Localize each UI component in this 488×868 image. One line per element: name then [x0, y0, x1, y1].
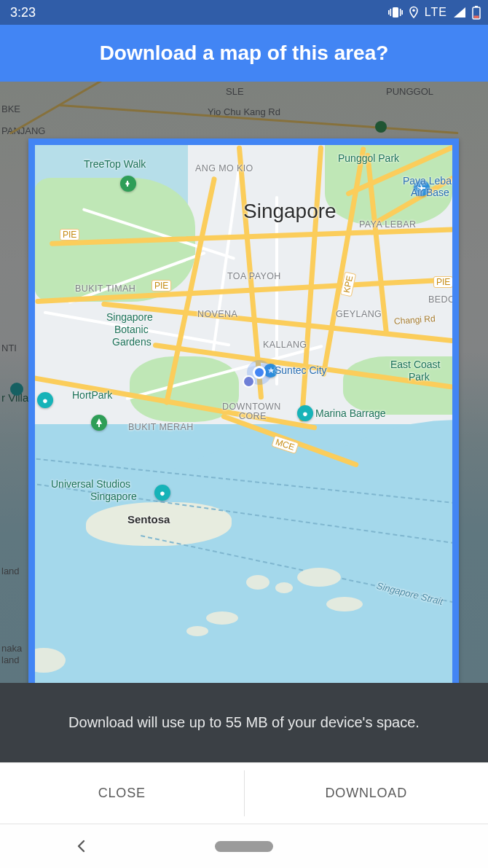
- label-suntec-city: Suntec City: [275, 364, 327, 376]
- bg-label-land2: land: [1, 654, 20, 665]
- map-content: ● ● ● Singapore ANG MO KIO PAYA LEBAR TO…: [35, 145, 452, 683]
- pin-marina-barrage[interactable]: ●: [297, 405, 313, 421]
- action-button-bar: CLOSE DOWNLOAD: [0, 762, 488, 824]
- svg-rect-2: [388, 10, 390, 15]
- shopping-marker[interactable]: [243, 375, 255, 388]
- nav-home-pill-icon: [215, 841, 273, 852]
- label-paya-lebar: PAYA LEBAR: [359, 219, 416, 230]
- nav-back-button[interactable]: [0, 839, 162, 853]
- my-location-dot[interactable]: [253, 366, 266, 379]
- close-button-label: CLOSE: [98, 786, 146, 801]
- network-type-label: LTE: [425, 6, 447, 19]
- label-bukit-timah: BUKIT TIMAH: [75, 284, 135, 294]
- label-pie-center: PIE: [151, 280, 171, 292]
- system-nav-bar: [0, 824, 488, 868]
- label-pie-west: PIE: [60, 229, 79, 241]
- label-bedok: BEDOK: [428, 294, 459, 305]
- svg-rect-3: [400, 9, 401, 16]
- location-icon: [409, 6, 419, 19]
- chevron-left-icon: [74, 839, 89, 853]
- bg-label-punggol: PUNGGOL: [386, 86, 433, 97]
- download-button-label: DOWNLOAD: [326, 786, 407, 801]
- label-toa-payoh: TOA PAYOH: [227, 271, 281, 281]
- label-hortpark: HortPark: [72, 389, 112, 401]
- download-header: Download a map of this area?: [0, 25, 488, 82]
- bg-label-bke: BKE: [1, 103, 20, 114]
- bg-label-sle: SLE: [226, 86, 244, 97]
- label-universal-1: Universal Studios: [51, 478, 130, 490]
- label-sentosa: Sentosa: [127, 513, 170, 525]
- label-treetop-walk: TreeTop Walk: [84, 158, 146, 170]
- label-east-coast-2: Park: [409, 371, 430, 383]
- label-paya-lebar-ab-2: Air Base: [411, 187, 449, 198]
- bg-label-land1: land: [1, 566, 20, 576]
- status-time: 3:23: [10, 5, 36, 20]
- vibrate-icon: [388, 7, 403, 18]
- nav-home-button[interactable]: [162, 841, 325, 852]
- header-title: Download a map of this area?: [100, 42, 389, 65]
- label-east-coast-1: East Coast: [390, 359, 440, 370]
- label-kallang: KALLANG: [263, 340, 307, 350]
- label-pie-east: PIE: [433, 276, 453, 288]
- label-botanic-3: Gardens: [112, 336, 151, 348]
- status-bar: 3:23 LTE: [0, 0, 488, 25]
- svg-rect-1: [390, 9, 391, 16]
- storage-message: Download will use up to 55 MB of your de…: [0, 683, 488, 762]
- storage-message-text: Download will use up to 55 MB of your de…: [68, 714, 420, 731]
- signal-icon: [453, 7, 466, 18]
- label-marina-barrage: Marina Barrage: [315, 407, 386, 419]
- label-downtown-core-2: CORE: [239, 411, 267, 421]
- label-botanic-1: Singapore: [106, 311, 153, 323]
- label-ang-mo-kio: ANG MO KIO: [195, 163, 253, 173]
- pin-treetop-walk[interactable]: [120, 176, 136, 192]
- bg-label-nti: NTI: [1, 343, 17, 353]
- label-paya-lebar-ab-1: Paya Lebar: [403, 175, 455, 187]
- label-geylang: GEYLANG: [336, 309, 382, 319]
- close-button[interactable]: CLOSE: [0, 763, 244, 824]
- label-botanic-2: Botanic: [114, 324, 149, 335]
- pin-hortpark[interactable]: ●: [37, 392, 53, 408]
- pin-universal-studios[interactable]: ●: [154, 485, 170, 501]
- download-button[interactable]: DOWNLOAD: [245, 763, 489, 824]
- svg-point-5: [412, 9, 414, 12]
- battery-low-icon: [472, 6, 481, 20]
- status-icons: LTE: [388, 6, 481, 20]
- svg-rect-0: [393, 7, 398, 17]
- app-screen: 3:23 LTE Download a map of this area? SL…: [0, 0, 488, 868]
- map-viewport[interactable]: SLE Yio Chu Kang Rd BKE PANJANG PUNGGOL …: [0, 82, 488, 683]
- bg-label-naka: naka: [1, 643, 22, 654]
- svg-rect-4: [401, 10, 403, 15]
- label-universal-2: Singapore: [90, 490, 137, 502]
- map-selection-frame[interactable]: ● ● ● Singapore ANG MO KIO PAYA LEBAR TO…: [28, 138, 459, 683]
- pin-green-poi[interactable]: [91, 415, 107, 431]
- label-punggol-park: Punggol Park: [338, 152, 399, 164]
- svg-rect-8: [474, 15, 479, 18]
- label-bukit-merah: BUKIT MERAH: [128, 422, 194, 432]
- label-downtown-core-1: DOWNTOWN: [222, 402, 281, 412]
- label-novena: NOVENA: [197, 309, 237, 319]
- label-city-singapore: Singapore: [243, 200, 337, 223]
